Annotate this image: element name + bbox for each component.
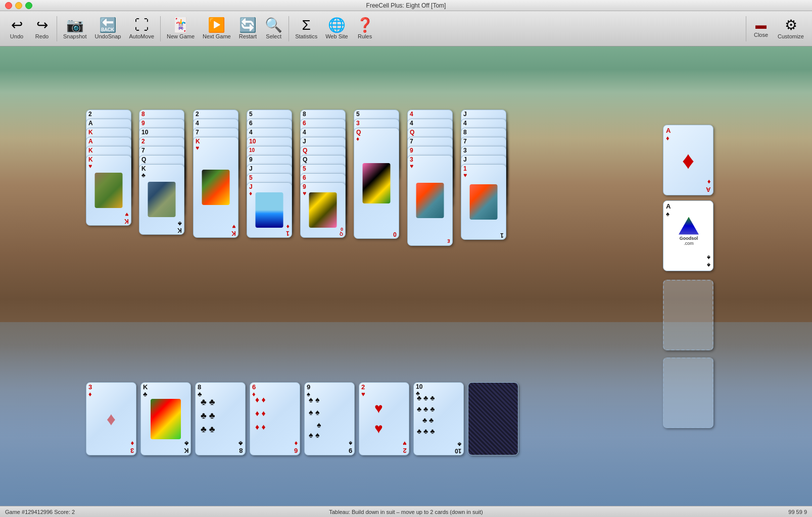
close-toolbar-button[interactable]: ▬ Close (748, 16, 774, 41)
card-image-turtle (148, 182, 176, 217)
customize-button[interactable]: ⚙ Customize (774, 16, 808, 41)
card-image-iguana (95, 173, 123, 208)
statistics-button[interactable]: Σ Statistics (291, 16, 321, 41)
sep-2 (160, 16, 161, 41)
restart-button[interactable]: 🔄 Restart (235, 16, 261, 41)
traffic-lights (5, 2, 32, 9)
statistics-label: Statistics (295, 33, 317, 39)
card-col1-bottom[interactable]: K♥ K♥ (86, 155, 131, 226)
foundation-1[interactable]: A♦ ♦ A♦ (663, 125, 713, 195)
maximize-button[interactable] (25, 2, 32, 9)
card-col6-bottom[interactable]: Q♦ 0 (354, 128, 399, 239)
sep-1 (57, 16, 57, 41)
close-button[interactable] (5, 2, 12, 9)
automove-button[interactable]: ⛶ AutoMove (125, 16, 158, 41)
rules-label: Rules (358, 33, 372, 39)
undo-label: Undo (10, 33, 23, 39)
card-image-butterfly2 (363, 163, 391, 203)
website-label: Web Site (325, 33, 348, 39)
status-score: 99 59 9 (606, 509, 807, 515)
newgame-label: New Game (167, 33, 195, 39)
foundation-4[interactable] (663, 357, 713, 428)
select-icon: 🔍 (265, 18, 282, 32)
card-col5-bottom[interactable]: 9♥ Q0 (300, 182, 346, 238)
restart-icon: 🔄 (239, 18, 257, 32)
card-reserve-4[interactable]: 6♦ ♦ ♦ ♦ ♦ ♦ ♦ 6♦ (250, 382, 300, 455)
website-icon: 🌐 (328, 18, 346, 32)
foundation-2[interactable]: A♠ Goodsol .com ♠♠ (663, 200, 713, 271)
card-reserve-6[interactable]: 2♥ ♥ ♥ 2♥ (359, 382, 409, 455)
rules-icon: ❓ (356, 18, 374, 32)
close-toolbar-icon: ▬ (755, 20, 767, 31)
nextgame-label: Next Game (203, 33, 231, 39)
website-button[interactable]: 🌐 Web Site (321, 16, 352, 41)
customize-label: Customize (778, 33, 804, 39)
card-col8-bottom[interactable]: 1♥ 1 (461, 164, 506, 240)
snapshot-label: Snapshot (63, 33, 86, 39)
card-col3-bottom[interactable]: K♥ K♥ (193, 137, 238, 238)
automove-icon: ⛶ (134, 18, 149, 32)
undosnap-label: UndoSnap (94, 33, 121, 39)
game-area[interactable]: 2♣ 2♣ A♣ K♥ A♦ K♦ K♥ K♥ 8♥ 9♦ 10♣ 2♥ 7♣ … (0, 46, 812, 506)
redo-icon: ↪ (36, 18, 48, 32)
card-image-sailboat (256, 192, 283, 228)
card-reserve-7[interactable]: 10♣ ♣ ♣ ♣ ♣ ♣ ♣ ♣ ♣ ♣ ♣ ♣ 10♣ (413, 382, 464, 455)
card-image-butterfly (309, 192, 337, 228)
nextgame-button[interactable]: ▶️ Next Game (199, 16, 235, 41)
automove-label: AutoMove (129, 33, 154, 39)
card-col7-bottom[interactable]: 3♥ ε (407, 155, 453, 246)
undo-icon: ↩ (11, 18, 23, 32)
snapshot-button[interactable]: 📷 Snapshot (59, 16, 90, 41)
card-col4-bottom[interactable]: J♦ 1♦ (247, 182, 292, 238)
card-reserve-1[interactable]: 3♦ ♦ 3♦ (86, 382, 136, 455)
toolbar: ↩ Undo ↪ Redo 📷 Snapshot 🔙 UndoSnap ⛶ Au… (0, 11, 812, 46)
card-image-starfish2 (470, 184, 498, 220)
status-game-info: Game #129412996 Score: 2 (5, 509, 206, 515)
nextgame-icon: ▶️ (208, 18, 225, 32)
newgame-button[interactable]: 🃏 New Game (163, 16, 199, 41)
status-bar: Game #129412996 Score: 2 Tableau: Build … (0, 506, 812, 517)
redo-label: Redo (35, 33, 49, 39)
undosnap-button[interactable]: 🔙 UndoSnap (90, 16, 125, 41)
status-instructions: Tableau: Build down in suit – move up to… (206, 509, 607, 515)
card-image-toucan (202, 170, 230, 205)
rules-button[interactable]: ❓ Rules (352, 16, 378, 41)
minimize-button[interactable] (15, 2, 22, 9)
select-label: Select (266, 33, 281, 39)
card-reserve-2[interactable]: K♣ K♣ (140, 382, 191, 455)
statistics-icon: Σ (302, 18, 311, 32)
customize-icon: ⚙ (785, 18, 797, 32)
redo-button[interactable]: ↪ Redo (29, 16, 55, 41)
window-title: FreeCell Plus: Eight Off [Tom] (366, 2, 446, 9)
card-reserve-5[interactable]: 9♠ ♠ ♠ ♠ ♠ ♠ ♠ ♠ 9♠ (304, 382, 355, 455)
card-reserve-3[interactable]: 8♣ ♣ ♣ ♣ ♣ ♣ ♣ 8♣ (195, 382, 246, 455)
newgame-icon: 🃏 (172, 18, 189, 32)
card-image-frog (151, 399, 181, 439)
restart-label: Restart (239, 33, 257, 39)
sep-4 (746, 16, 746, 41)
close-toolbar-label: Close (754, 32, 768, 38)
card-col2-bottom[interactable]: K♣ K♣ (139, 164, 184, 235)
snapshot-icon: 📷 (66, 18, 84, 32)
card-deck[interactable] (468, 382, 518, 455)
undo-button[interactable]: ↩ Undo (4, 16, 29, 41)
undosnap-icon: 🔙 (99, 18, 117, 32)
select-button[interactable]: 🔍 Select (261, 16, 286, 41)
foundation-3[interactable] (663, 280, 713, 350)
sep-3 (289, 16, 289, 41)
card-image-starfish (416, 183, 444, 218)
title-bar: FreeCell Plus: Eight Off [Tom] (0, 0, 812, 11)
